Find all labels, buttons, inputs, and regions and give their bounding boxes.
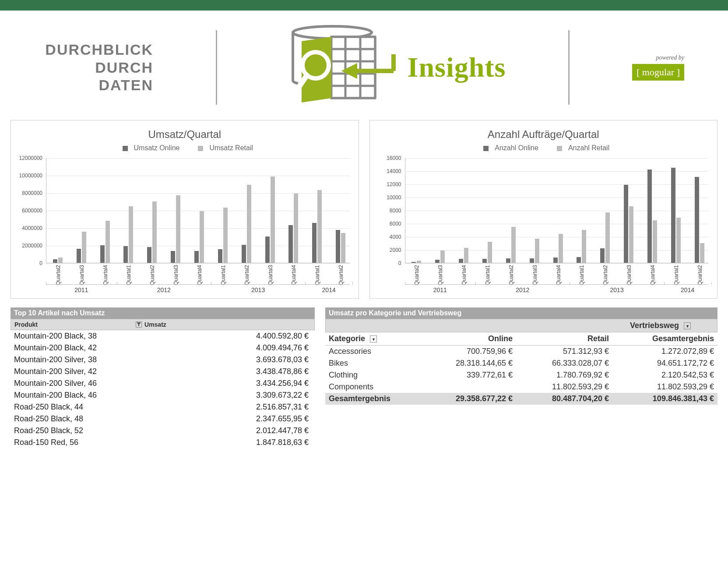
x-tick-label: Quartal2 — [149, 265, 155, 285]
bar-online — [53, 259, 57, 263]
cell-produkt: Mountain-200 Silver, 38 — [14, 355, 145, 364]
bar-retail — [294, 194, 298, 263]
pivot-col-retail[interactable]: Retail — [513, 334, 609, 343]
charts-row: Umsatz/QuartalUmsatz OnlineUmsatz Retail… — [0, 120, 728, 299]
svg-marker-17 — [137, 322, 141, 326]
x-tick-label: Quartal1 — [485, 265, 491, 285]
year-label: 2012 — [475, 286, 570, 293]
table-row: Road-150 Red, 561.847.818,63 € — [11, 437, 315, 448]
x-tick-label: Quartal2 — [338, 265, 344, 285]
bar-retail — [200, 211, 204, 263]
top10-col-umsatz[interactable]: Umsatz — [144, 321, 311, 328]
dropdown-icon[interactable]: ▾ — [684, 322, 691, 329]
x-tick-label: Quartal1 — [314, 265, 320, 285]
cell-kategorie: Clothing — [329, 371, 416, 380]
bar-online — [411, 262, 416, 263]
pivot-title: Umsatz pro Kategorie und Vertriebsweg — [325, 307, 717, 319]
bar-group — [647, 169, 657, 263]
tagline-line-1: DURCHBLICK — [13, 41, 153, 59]
bar-retail — [176, 195, 180, 263]
cell-produkt: Road-250 Black, 44 — [14, 402, 145, 412]
bar-group — [506, 227, 516, 263]
filter-icon[interactable] — [136, 321, 142, 328]
y-tick: 10000 — [387, 194, 401, 201]
table-row: Mountain-200 Black, 463.309.673,22 € — [11, 389, 315, 401]
top10-col-produkt[interactable]: Produkt — [14, 321, 144, 328]
cell-total: 1.272.072,89 € — [609, 347, 714, 356]
bar-retail — [511, 227, 516, 263]
bar-retail — [535, 239, 539, 263]
powered-by: powered by [ mogular ] — [632, 54, 684, 81]
cell-umsatz: 3.693.678,03 € — [145, 355, 311, 364]
cell-produkt: Road-250 Black, 48 — [14, 414, 145, 424]
bar-online — [336, 230, 340, 263]
dropdown-icon[interactable]: ▾ — [370, 335, 377, 342]
y-tick: 6000 — [390, 221, 401, 227]
bar-retail — [440, 251, 445, 263]
tagline-line-2: DURCH — [13, 59, 153, 77]
bar-group — [695, 177, 704, 263]
top10-header-row: Produkt Umsatz — [11, 319, 315, 330]
x-tick-label: Quartal3 — [626, 265, 632, 285]
legend-swatch-dark — [123, 146, 128, 151]
svg-marker-16 — [346, 67, 355, 75]
bar-online — [600, 248, 605, 263]
bar-retail — [317, 190, 322, 263]
cell-produkt: Road-150 Red, 56 — [14, 438, 145, 447]
bar-retail — [223, 208, 228, 263]
insights-logo: Insights — [280, 24, 506, 111]
pivot-col-online[interactable]: Online — [416, 334, 513, 343]
cell-online — [416, 382, 513, 392]
table-row: Road-250 Black, 522.012.447,78 € — [11, 425, 315, 437]
y-tick: 0 — [398, 260, 401, 266]
bar-group — [312, 190, 322, 263]
bars-area — [405, 158, 709, 263]
table-row: Road-250 Black, 482.347.655,95 € — [11, 413, 315, 425]
x-tick-label: Quartal3 — [79, 265, 85, 285]
bar-group — [171, 195, 180, 263]
x-tick-label: Quartal2 — [244, 265, 250, 285]
cell-total: 2.120.542,53 € — [609, 371, 714, 380]
bar-retail — [676, 218, 681, 263]
bar-group — [194, 211, 204, 263]
cell-retail: 1.780.769,92 € — [513, 371, 609, 380]
bar-group — [600, 212, 610, 263]
bar-retail — [129, 206, 133, 263]
legend-swatch-dark — [483, 146, 489, 151]
bar-online — [100, 245, 105, 263]
bar-online — [530, 258, 534, 263]
pivot-row-header: Kategorie — [329, 334, 365, 343]
year-label: 2011 — [46, 286, 117, 293]
chart-panel: Umsatz/QuartalUmsatz OnlineUmsatz Retail… — [11, 120, 359, 299]
top10-table: Top 10 Artikel nach Umsatz Produkt Umsat… — [11, 307, 315, 448]
bar-online — [218, 249, 222, 263]
chart-plot: 0200040006000800010000120001400016000Qua… — [405, 158, 709, 282]
bar-online — [77, 249, 81, 263]
year-axis: 2011201220132014 — [405, 284, 709, 297]
cell-total: 94.651.172,72 € — [609, 359, 714, 368]
pivot-col-total[interactable]: Gesamtergebnis — [609, 334, 714, 343]
y-tick: 2000000 — [22, 243, 42, 249]
tagline-line-3: DATEN — [13, 76, 153, 94]
cell-produkt: Road-250 Black, 52 — [14, 426, 145, 435]
x-tick-label: Quartal4 — [291, 265, 297, 285]
x-tick-label: Quartal4 — [197, 265, 203, 285]
table-row: Road-250 Black, 442.516.857,31 € — [11, 401, 315, 413]
bar-group — [147, 201, 157, 263]
bar-group — [459, 248, 468, 263]
top10-col-produkt-label: Produkt — [14, 321, 38, 328]
year-axis: 2011201220132014 — [46, 284, 350, 297]
table-row: Mountain-200 Silver, 383.693.678,03 € — [11, 354, 315, 366]
chart-plot: 0200000040000006000000800000010000000120… — [46, 158, 350, 282]
bar-group — [624, 185, 633, 263]
bar-retail — [605, 212, 610, 263]
bar-group — [671, 168, 681, 263]
pivot-total-grand: 109.846.381,43 € — [609, 394, 714, 403]
year-label: 2014 — [305, 286, 352, 293]
x-tick-label: Quartal1 — [126, 265, 132, 285]
cell-retail: 66.333.028,07 € — [513, 359, 609, 368]
bar-retail — [464, 248, 468, 263]
bar-online — [553, 258, 558, 263]
x-tick-label: Quartal1 — [579, 265, 585, 285]
bar-retail — [271, 177, 275, 263]
